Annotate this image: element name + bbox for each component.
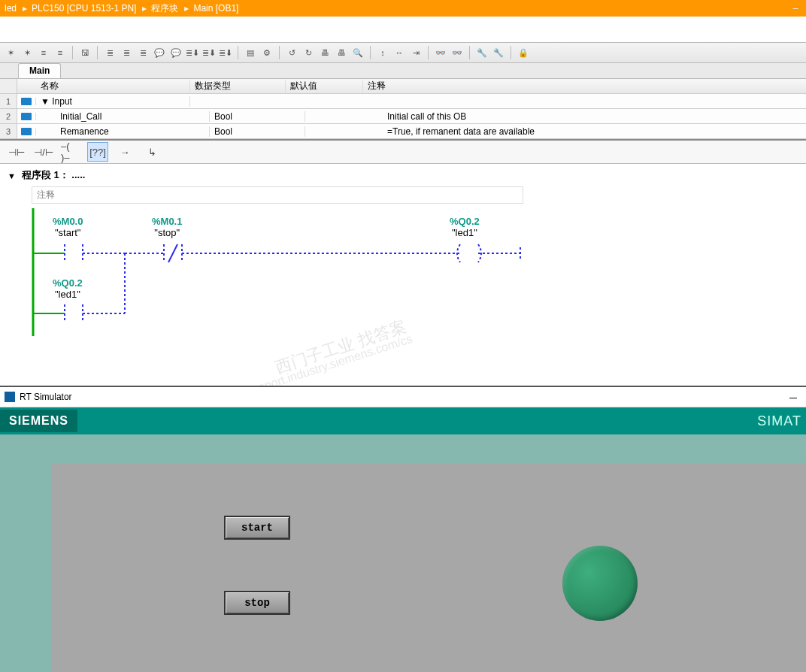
- tool-btn[interactable]: ≣: [119, 45, 134, 60]
- tool-btn[interactable]: 👓: [450, 45, 465, 60]
- col-type-header[interactable]: 数据类型: [190, 80, 286, 92]
- tool-btn[interactable]: ⇥: [408, 45, 423, 60]
- svg-line-9: [168, 244, 177, 262]
- hmi-stop-button[interactable]: stop: [224, 591, 290, 615]
- lad-branch-open[interactable]: →: [114, 142, 135, 162]
- tool-btn[interactable]: 🖶: [317, 45, 332, 60]
- io-icon: [21, 128, 32, 135]
- ladder-toolbar: ⊣⊢ ⊣/⊢ –( )– [??] → ↳: [0, 141, 806, 164]
- tool-btn[interactable]: ≣: [135, 45, 150, 60]
- col-default-header[interactable]: 默认值: [286, 80, 363, 92]
- tool-btn[interactable]: ⚙: [259, 45, 274, 60]
- sim-titlebar: RT Simulator –: [0, 387, 806, 407]
- tool-btn[interactable]: 🔍: [350, 45, 365, 60]
- lad-no-contact[interactable]: ⊣⊢: [6, 142, 27, 162]
- tool-btn[interactable]: ↔: [392, 45, 407, 60]
- tool-btn[interactable]: 🔧: [491, 45, 506, 60]
- tool-btn[interactable]: 👓: [433, 45, 448, 60]
- network-comment[interactable]: 注释: [32, 186, 523, 204]
- tool-btn[interactable]: ↻: [301, 45, 316, 60]
- col-comment-header[interactable]: 注释: [363, 80, 806, 92]
- io-icon: [21, 98, 32, 105]
- hmi-start-button[interactable]: start: [224, 516, 290, 540]
- hmi-brand-bar: SIEMENS SIMAT: [0, 407, 806, 434]
- hmi-led-indicator: [562, 546, 638, 621]
- table-row[interactable]: 2 Initial_Call Bool Initial call of this…: [0, 109, 806, 124]
- tool-btn[interactable]: 🖫: [77, 45, 92, 60]
- col-name-header[interactable]: 名称: [36, 80, 190, 92]
- tool-btn[interactable]: ≡: [36, 45, 51, 60]
- tool-btn[interactable]: ↺: [284, 45, 299, 60]
- sim-title-text: RT Simulator: [20, 392, 72, 402]
- tool-btn[interactable]: 🔧: [474, 45, 489, 60]
- tool-btn[interactable]: ↕: [375, 45, 390, 60]
- network-header[interactable]: 程序段 1： .....: [0, 167, 806, 183]
- lad-nc-contact[interactable]: ⊣/⊢: [33, 142, 54, 162]
- tool-btn[interactable]: ≣: [102, 45, 117, 60]
- io-icon: [21, 113, 32, 120]
- tool-btn[interactable]: ≡: [53, 45, 68, 60]
- editor-toolbar: ✶ ✶ ≡ ≡ 🖫 ≣ ≣ ≣ 💬 💬 ≣⬇ ≣⬇ ≣⬇ ▤ ⚙ ↺ ↻ 🖶 🖶…: [0, 43, 806, 63]
- ladder-diagram[interactable]: %M0.0"start" %M0.1"stop" %Q0.2"led1" %Q0…: [32, 208, 806, 374]
- minimize-button[interactable]: –: [780, 389, 806, 405]
- tool-btn[interactable]: ▤: [243, 45, 258, 60]
- tool-btn[interactable]: ≣⬇: [218, 45, 233, 60]
- tab-main[interactable]: Main: [18, 63, 61, 78]
- tool-btn[interactable]: ≣⬇: [202, 45, 217, 60]
- table-row[interactable]: 3 Remanence Bool =True, if remanent data…: [0, 124, 806, 139]
- ribbon-placeholder: [0, 17, 806, 43]
- tool-btn[interactable]: ✶: [20, 45, 35, 60]
- tool-btn[interactable]: 🔒: [516, 45, 531, 60]
- hmi-screen: start stop: [51, 463, 806, 672]
- app-icon: [5, 392, 15, 402]
- breadcrumb: led PLC150 [CPU 1513-1 PN] 程序块 Main [OB1…: [0, 0, 806, 17]
- tab-row: Main: [0, 63, 806, 79]
- table-row[interactable]: 1 ▼ Input: [0, 94, 806, 109]
- tool-btn[interactable]: 💬: [152, 45, 167, 60]
- tool-btn[interactable]: 💬: [168, 45, 183, 60]
- lad-empty-box[interactable]: [??]: [87, 142, 108, 162]
- minimize-icon[interactable]: –: [789, 3, 801, 14]
- lad-branch-close[interactable]: ↳: [141, 142, 162, 162]
- tool-btn[interactable]: ✶: [3, 45, 18, 60]
- variable-table: 名称 数据类型 默认值 注释 1 ▼ Input 2 Initial_Call …: [0, 79, 806, 141]
- lad-coil[interactable]: –( )–: [60, 142, 81, 162]
- tool-btn[interactable]: 🖶: [334, 45, 349, 60]
- tool-btn[interactable]: ≣⬇: [185, 45, 200, 60]
